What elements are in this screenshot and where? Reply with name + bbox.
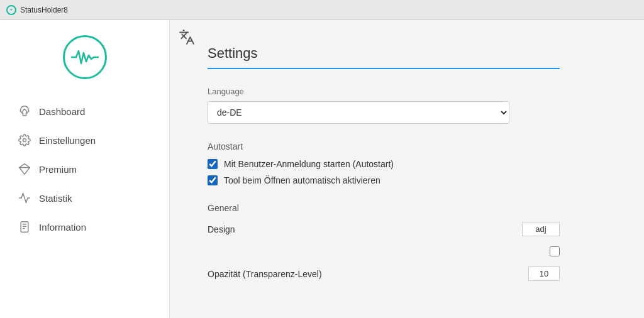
design-checkbox-row [208, 246, 560, 256]
opacity-label: Opazität (Transparenz-Level) [208, 269, 528, 279]
autostart-checkbox-1[interactable] [208, 159, 218, 169]
document-icon [18, 220, 31, 234]
title-bar: + StatusHolder8 [0, 0, 644, 20]
language-select[interactable]: de-DE en-US fr-FR es-ES [208, 101, 509, 124]
sidebar-item-dashboard[interactable]: Dashboard [0, 97, 169, 126]
language-section: Language de-DE en-US fr-FR es-ES [208, 87, 560, 124]
design-value: adj [522, 222, 560, 236]
translate-icon [179, 29, 195, 49]
sidebar-item-label-einstellungen: Einstellungen [39, 135, 96, 146]
sidebar: Dashboard Einstellungen [0, 20, 170, 318]
sidebar-item-premium[interactable]: Premium [0, 155, 169, 184]
svg-point-3 [23, 139, 26, 142]
sidebar-logo [0, 20, 169, 92]
app-icon: + [6, 5, 16, 15]
autostart-option-2-row: Tool beim Öffnen automatisch aktivieren [208, 175, 560, 185]
general-section: General Design adj Opazität (Transparenz… [208, 203, 560, 281]
autostart-section: Autostart Mit Benutzer-Anmeldung starten… [208, 141, 560, 185]
autostart-checkbox-2[interactable] [208, 175, 218, 185]
settings-title: Settings [208, 45, 560, 69]
settings-container: Settings Language de-DE en-US fr-FR es-E… [170, 20, 597, 318]
autostart-label-2: Tool beim Öffnen automatisch aktivieren [224, 175, 380, 185]
app-title: StatusHolder8 [20, 6, 68, 14]
sidebar-item-label-statistik: Statistik [39, 193, 72, 204]
autostart-option-1-row: Mit Benutzer-Anmeldung starten (Autostar… [208, 159, 560, 169]
diamond-icon [18, 162, 31, 176]
chart-icon [18, 191, 31, 205]
rocket-icon [18, 104, 31, 118]
general-title: General [208, 203, 560, 213]
autostart-label-1: Mit Benutzer-Anmeldung starten (Autostar… [224, 159, 394, 169]
design-row: Design adj [208, 222, 560, 236]
logo-waveform-icon [71, 48, 99, 67]
opacity-value: 10 [528, 266, 560, 281]
svg-marker-4 [19, 164, 30, 175]
sidebar-item-information[interactable]: Information [0, 212, 169, 241]
autostart-title: Autostart [208, 141, 560, 151]
sidebar-item-label-premium: Premium [39, 164, 77, 175]
sidebar-item-statistik[interactable]: Statistik [0, 184, 169, 212]
svg-rect-6 [21, 222, 28, 233]
sidebar-item-label-information: Information [39, 222, 86, 233]
sidebar-navigation: Dashboard Einstellungen [0, 92, 169, 318]
design-label: Design [208, 224, 522, 234]
gear-icon [18, 133, 31, 147]
logo-circle [63, 35, 107, 79]
language-label: Language [208, 87, 560, 96]
app-container: Dashboard Einstellungen [0, 20, 644, 318]
sidebar-item-einstellungen[interactable]: Einstellungen [0, 126, 169, 155]
opacity-row: Opazität (Transparenz-Level) 10 [208, 266, 560, 281]
main-content: Settings Language de-DE en-US fr-FR es-E… [170, 20, 644, 318]
design-checkbox[interactable] [550, 246, 560, 256]
sidebar-item-label-dashboard: Dashboard [39, 106, 85, 117]
